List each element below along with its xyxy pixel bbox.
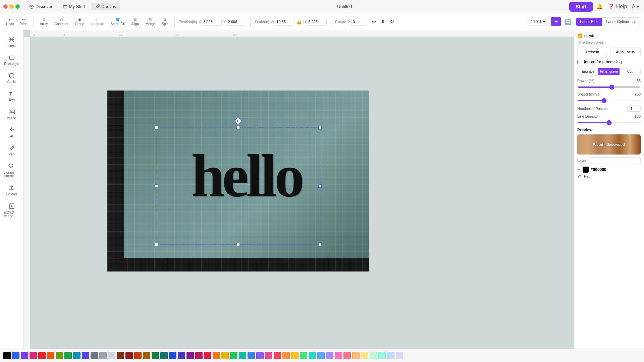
color-swatch[interactable] — [239, 352, 246, 359]
color-swatch[interactable] — [343, 352, 351, 359]
flip-h-button[interactable]: ⇔ — [370, 17, 377, 26]
sidebar-item-ai[interactable]: AI — [2, 124, 21, 141]
maximize-btn[interactable] — [15, 4, 20, 9]
color-swatch[interactable] — [30, 352, 37, 359]
ungroup-button[interactable]: ▢ Ungroup — [89, 17, 106, 27]
cut-button[interactable]: Cut — [620, 68, 640, 75]
color-swatch[interactable] — [326, 352, 333, 359]
color-swatch[interactable] — [99, 352, 107, 359]
color-swatch[interactable] — [361, 352, 368, 359]
color-swatch[interactable] — [143, 352, 150, 359]
smart-fill-button[interactable]: 🪣 Smart Fill — [108, 17, 126, 27]
account-icon[interactable]: A ▾ — [631, 2, 641, 11]
power-slider[interactable] — [577, 86, 641, 88]
color-swatch[interactable] — [291, 352, 299, 359]
sidebar-item-puzzle[interactable]: Jigsaw Puzzle — [2, 160, 21, 181]
passes-input[interactable] — [627, 106, 641, 112]
sidebar-item-lines[interactable]: Lines — [2, 34, 21, 50]
sidebar-item-text[interactable]: T Text — [2, 88, 21, 105]
color-swatch[interactable] — [230, 352, 237, 359]
sidebar-item-rectangle[interactable]: Rectangle — [2, 52, 21, 68]
color-swatch[interactable] — [317, 352, 325, 359]
color-swatch[interactable] — [160, 352, 168, 359]
color-swatch[interactable] — [134, 352, 142, 359]
color-swatch[interactable] — [274, 352, 281, 359]
color-swatch-preview[interactable] — [583, 167, 589, 173]
color-swatch[interactable] — [64, 352, 72, 359]
color-swatch[interactable] — [300, 352, 307, 359]
color-swatch[interactable] — [256, 352, 264, 359]
tab-canvas[interactable]: Canvas — [91, 3, 120, 10]
x-input[interactable] — [202, 18, 222, 26]
color-swatch[interactable] — [195, 352, 203, 359]
color-swatch[interactable] — [169, 352, 176, 359]
array-button[interactable]: ⊞ Array — [38, 17, 50, 27]
r-input[interactable] — [351, 18, 366, 26]
sidebar-item-upload[interactable]: Upload — [2, 182, 21, 199]
color-swatch[interactable] — [186, 352, 194, 359]
y-input[interactable] — [226, 18, 246, 26]
color-swatch[interactable] — [282, 352, 290, 359]
color-swatch[interactable] — [387, 352, 394, 359]
color-swatch[interactable] — [352, 352, 360, 359]
h-input[interactable] — [307, 18, 327, 26]
color-swatch[interactable] — [213, 352, 220, 359]
color-swatch[interactable] — [248, 352, 255, 359]
hello-text[interactable]: hello — [191, 146, 302, 206]
tab-discover[interactable]: Discover — [25, 3, 57, 10]
color-swatch[interactable] — [108, 352, 115, 359]
canvas-content[interactable]: hello ↻ — [30, 37, 574, 349]
color-swatch[interactable] — [125, 352, 133, 359]
sidebar-item-extract[interactable]: Extract Image — [2, 200, 21, 221]
color-swatch[interactable] — [21, 352, 28, 359]
minimize-btn[interactable] — [9, 4, 14, 9]
split-button[interactable]: ⊠ Split — [160, 17, 170, 27]
undo-button[interactable]: ↩ Undo — [4, 17, 16, 27]
color-swatch[interactable] — [91, 352, 98, 359]
engrave-button[interactable]: Engrave — [578, 68, 598, 75]
color-swatch[interactable] — [47, 352, 54, 359]
color-swatch[interactable] — [152, 352, 159, 359]
flip-v-button[interactable]: ⇕ — [379, 17, 386, 26]
sidebar-item-pen[interactable]: Pen — [2, 142, 21, 159]
sidebar-item-circle[interactable]: Circle — [2, 70, 21, 86]
color-swatch[interactable] — [117, 352, 124, 359]
canvas-area[interactable]: 0 5 10 15 20 hello — [23, 30, 574, 349]
sidebar-item-image[interactable]: Image — [2, 106, 21, 123]
tab-my-stuff[interactable]: My Stuff — [59, 3, 89, 10]
color-swatch[interactable] — [370, 352, 377, 359]
layer-input[interactable] — [589, 157, 641, 164]
speed-slider[interactable] — [577, 100, 641, 101]
notification-icon[interactable]: 🔔 — [595, 2, 604, 11]
zoom-control[interactable]: 110% ▾ — [528, 18, 548, 25]
density-slider[interactable] — [577, 122, 641, 123]
laser-cylindrical-tab[interactable]: Laser Cylindrical — [602, 18, 640, 26]
mode-icon[interactable]: ✦ — [551, 17, 561, 26]
align-button[interactable]: ⊟ Align — [129, 17, 141, 27]
color-swatch[interactable] — [73, 352, 80, 359]
start-button[interactable]: Start — [569, 2, 593, 12]
rotate-90-button[interactable]: ↻ — [388, 17, 395, 26]
color-swatch[interactable] — [12, 352, 19, 359]
close-btn[interactable] — [3, 4, 8, 9]
color-expand-row[interactable]: ▼ #000000 — [577, 167, 641, 173]
color-swatch[interactable] — [335, 352, 342, 359]
color-swatch[interactable] — [38, 352, 46, 359]
ignore-checkbox[interactable] — [577, 60, 582, 64]
color-swatch[interactable] — [82, 352, 89, 359]
color-swatch[interactable] — [56, 352, 63, 359]
refresh-button[interactable]: Refresh — [577, 48, 608, 56]
redo-button[interactable]: ↪ Redo — [17, 17, 30, 27]
color-swatch[interactable] — [309, 352, 316, 359]
fill-engrave-button[interactable]: Fill Engrave — [598, 68, 619, 75]
contours-button[interactable]: ⬡ Contours — [53, 17, 70, 27]
w-input[interactable] — [275, 18, 295, 26]
auto-focus-button[interactable]: Auto Focus — [610, 48, 641, 56]
color-swatch[interactable] — [378, 352, 386, 359]
lock-icon[interactable]: 🔒 — [296, 19, 302, 24]
group-button[interactable]: ▣ Group — [73, 17, 86, 27]
color-swatch[interactable] — [265, 352, 272, 359]
merge-button[interactable]: ⧉ Merge — [144, 16, 157, 27]
color-swatch[interactable] — [204, 352, 211, 359]
color-swatch[interactable] — [221, 352, 229, 359]
